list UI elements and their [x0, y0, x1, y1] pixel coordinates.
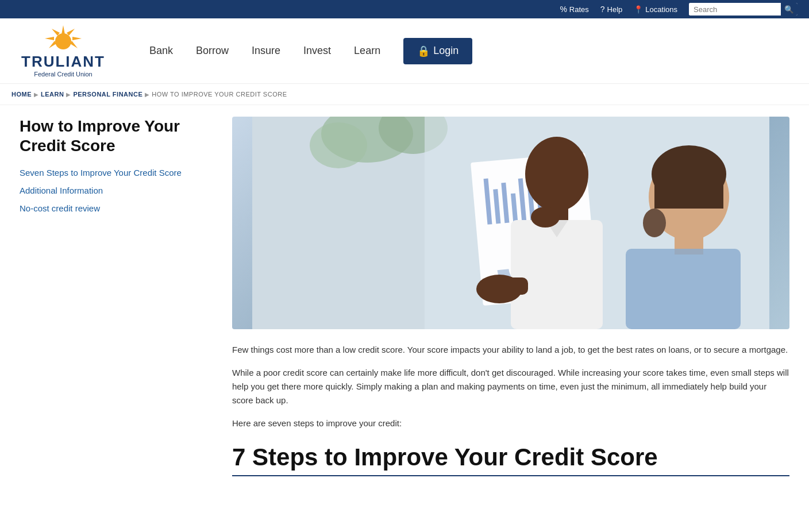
breadcrumb-home[interactable]: HOME: [11, 91, 32, 98]
help-link[interactable]: ? Help: [600, 5, 623, 14]
breadcrumb-sep-2: ▶: [66, 91, 71, 98]
svg-marker-1: [67, 29, 75, 36]
sidebar-link-additional-info[interactable]: Additional Information: [20, 186, 103, 195]
svg-rect-33: [626, 249, 741, 329]
main-nav: Bank Borrow Insure Invest Learn 🔒 Login: [149, 38, 798, 64]
article-para-2: While a poor credit score can certainly …: [232, 366, 789, 407]
main-content: Few things cost more than a low credit s…: [232, 117, 789, 476]
rates-link[interactable]: % Rates: [560, 5, 588, 14]
breadcrumb-learn[interactable]: LEARN: [41, 91, 64, 98]
svg-point-30: [531, 207, 560, 228]
svg-point-7: [55, 33, 71, 49]
svg-rect-29: [482, 277, 528, 295]
svg-point-24: [525, 137, 588, 211]
article-para-3: Here are seven steps to improve your cre…: [232, 417, 789, 430]
breadcrumb-current: HOW TO IMPROVE YOUR CREDIT SCORE: [152, 91, 287, 98]
search-input[interactable]: [689, 3, 781, 16]
section-divider: [232, 475, 789, 476]
sidebar-link-seven-steps[interactable]: Seven Steps to Improve Your Credit Score: [20, 168, 182, 178]
help-icon: ?: [600, 5, 605, 14]
nav-borrow[interactable]: Borrow: [196, 45, 229, 57]
lock-icon: 🔒: [417, 45, 430, 57]
logo-subtitle: Federal Credit Union: [34, 71, 93, 78]
article-para-1: Few things cost more than a low credit s…: [232, 343, 789, 357]
nav-bank[interactable]: Bank: [149, 45, 173, 57]
breadcrumb: HOME ▶ LEARN ▶ PERSONAL FINANCE ▶ HOW TO…: [0, 84, 809, 105]
list-item: Additional Information: [20, 184, 215, 196]
article-body: Few things cost more than a low credit s…: [232, 343, 789, 430]
breadcrumb-personal-finance[interactable]: PERSONAL FINANCE: [73, 91, 142, 98]
logo-area: TRULIANT Federal Credit Union: [11, 24, 115, 78]
search-button[interactable]: 🔍: [781, 3, 798, 16]
locations-link[interactable]: 📍 Locations: [634, 5, 677, 14]
svg-rect-35: [654, 174, 723, 209]
sidebar: How to Improve Your Credit Score Seven S…: [20, 117, 215, 476]
nav-learn[interactable]: Learn: [354, 45, 380, 57]
nav-insure[interactable]: Insure: [252, 45, 280, 57]
logo-brand: TRULIANT: [21, 53, 105, 71]
logo-svg: [40, 24, 86, 53]
section-heading: 7 Steps to Improve Your Credit Score: [232, 444, 789, 471]
svg-point-36: [643, 209, 666, 237]
hero-image: [232, 117, 789, 329]
hero-illustration: [232, 117, 789, 329]
location-icon: 📍: [634, 5, 643, 14]
page-content: How to Improve Your Credit Score Seven S…: [8, 105, 801, 488]
sidebar-link-nocost-review[interactable]: No-cost credit review: [20, 203, 100, 213]
search-form: 🔍: [689, 3, 798, 16]
login-button[interactable]: 🔒 Login: [403, 38, 472, 64]
svg-marker-4: [52, 29, 60, 36]
sidebar-nav: Seven Steps to Improve Your Credit Score…: [20, 167, 215, 214]
page-title: How to Improve Your Credit Score: [20, 117, 215, 155]
breadcrumb-sep-1: ▶: [34, 91, 38, 98]
svg-marker-5: [45, 37, 54, 40]
svg-marker-0: [61, 25, 65, 34]
main-header: TRULIANT Federal Credit Union Bank Borro…: [0, 18, 809, 84]
breadcrumb-sep-3: ▶: [145, 91, 149, 98]
list-item: Seven Steps to Improve Your Credit Score: [20, 167, 215, 179]
list-item: No-cost credit review: [20, 202, 215, 214]
nav-invest[interactable]: Invest: [303, 45, 331, 57]
percent-icon: %: [560, 5, 567, 14]
search-icon: 🔍: [784, 5, 794, 14]
utility-bar: % Rates ? Help 📍 Locations 🔍: [0, 0, 809, 18]
svg-marker-2: [72, 37, 82, 40]
